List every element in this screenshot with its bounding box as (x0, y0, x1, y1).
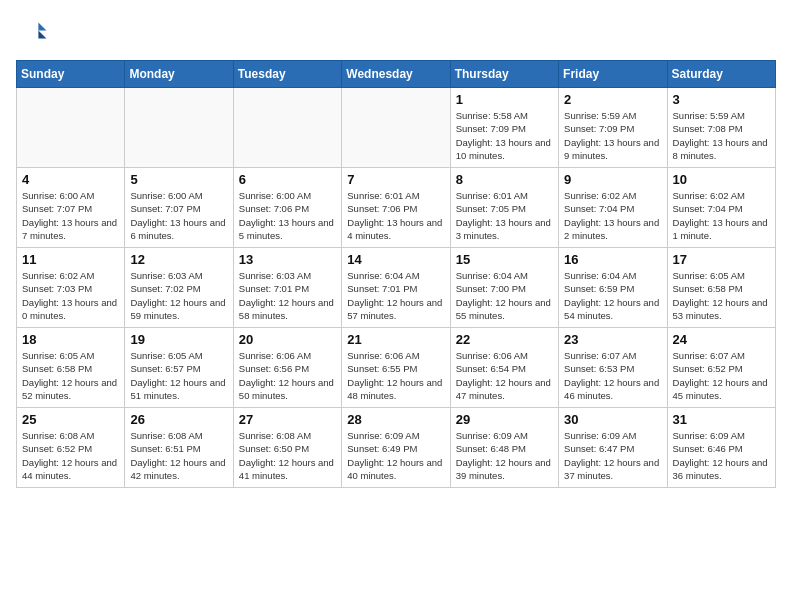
day-number: 4 (22, 172, 119, 187)
day-number: 18 (22, 332, 119, 347)
calendar-cell: 17Sunrise: 6:05 AM Sunset: 6:58 PM Dayli… (667, 248, 775, 328)
calendar-cell: 19Sunrise: 6:05 AM Sunset: 6:57 PM Dayli… (125, 328, 233, 408)
page-header (16, 16, 776, 48)
day-number: 9 (564, 172, 661, 187)
cell-info: Sunrise: 6:07 AM Sunset: 6:53 PM Dayligh… (564, 349, 661, 402)
logo-icon (16, 16, 48, 48)
calendar-cell: 8Sunrise: 6:01 AM Sunset: 7:05 PM Daylig… (450, 168, 558, 248)
weekday-header-wednesday: Wednesday (342, 61, 450, 88)
cell-info: Sunrise: 6:09 AM Sunset: 6:48 PM Dayligh… (456, 429, 553, 482)
calendar-cell: 20Sunrise: 6:06 AM Sunset: 6:56 PM Dayli… (233, 328, 341, 408)
calendar-week-4: 25Sunrise: 6:08 AM Sunset: 6:52 PM Dayli… (17, 408, 776, 488)
day-number: 27 (239, 412, 336, 427)
calendar-header-row: SundayMondayTuesdayWednesdayThursdayFrid… (17, 61, 776, 88)
day-number: 10 (673, 172, 770, 187)
calendar-cell: 25Sunrise: 6:08 AM Sunset: 6:52 PM Dayli… (17, 408, 125, 488)
logo (16, 16, 52, 48)
cell-info: Sunrise: 5:58 AM Sunset: 7:09 PM Dayligh… (456, 109, 553, 162)
day-number: 25 (22, 412, 119, 427)
weekday-header-saturday: Saturday (667, 61, 775, 88)
cell-info: Sunrise: 6:09 AM Sunset: 6:49 PM Dayligh… (347, 429, 444, 482)
cell-info: Sunrise: 6:03 AM Sunset: 7:01 PM Dayligh… (239, 269, 336, 322)
calendar-cell: 16Sunrise: 6:04 AM Sunset: 6:59 PM Dayli… (559, 248, 667, 328)
day-number: 22 (456, 332, 553, 347)
day-number: 30 (564, 412, 661, 427)
calendar-cell (342, 88, 450, 168)
cell-info: Sunrise: 6:02 AM Sunset: 7:03 PM Dayligh… (22, 269, 119, 322)
calendar-cell: 27Sunrise: 6:08 AM Sunset: 6:50 PM Dayli… (233, 408, 341, 488)
day-number: 12 (130, 252, 227, 267)
calendar-cell: 24Sunrise: 6:07 AM Sunset: 6:52 PM Dayli… (667, 328, 775, 408)
cell-info: Sunrise: 6:04 AM Sunset: 7:01 PM Dayligh… (347, 269, 444, 322)
cell-info: Sunrise: 6:08 AM Sunset: 6:50 PM Dayligh… (239, 429, 336, 482)
day-number: 16 (564, 252, 661, 267)
weekday-header-tuesday: Tuesday (233, 61, 341, 88)
calendar-cell: 4Sunrise: 6:00 AM Sunset: 7:07 PM Daylig… (17, 168, 125, 248)
calendar-cell: 13Sunrise: 6:03 AM Sunset: 7:01 PM Dayli… (233, 248, 341, 328)
day-number: 11 (22, 252, 119, 267)
cell-info: Sunrise: 6:06 AM Sunset: 6:54 PM Dayligh… (456, 349, 553, 402)
weekday-header-sunday: Sunday (17, 61, 125, 88)
svg-rect-0 (16, 16, 48, 48)
day-number: 7 (347, 172, 444, 187)
day-number: 23 (564, 332, 661, 347)
weekday-header-friday: Friday (559, 61, 667, 88)
cell-info: Sunrise: 6:09 AM Sunset: 6:47 PM Dayligh… (564, 429, 661, 482)
cell-info: Sunrise: 6:04 AM Sunset: 7:00 PM Dayligh… (456, 269, 553, 322)
calendar-cell: 31Sunrise: 6:09 AM Sunset: 6:46 PM Dayli… (667, 408, 775, 488)
calendar-week-0: 1Sunrise: 5:58 AM Sunset: 7:09 PM Daylig… (17, 88, 776, 168)
cell-info: Sunrise: 6:07 AM Sunset: 6:52 PM Dayligh… (673, 349, 770, 402)
day-number: 5 (130, 172, 227, 187)
calendar-cell: 7Sunrise: 6:01 AM Sunset: 7:06 PM Daylig… (342, 168, 450, 248)
calendar-cell: 10Sunrise: 6:02 AM Sunset: 7:04 PM Dayli… (667, 168, 775, 248)
calendar-cell: 15Sunrise: 6:04 AM Sunset: 7:00 PM Dayli… (450, 248, 558, 328)
cell-info: Sunrise: 6:05 AM Sunset: 6:57 PM Dayligh… (130, 349, 227, 402)
cell-info: Sunrise: 6:05 AM Sunset: 6:58 PM Dayligh… (22, 349, 119, 402)
day-number: 13 (239, 252, 336, 267)
calendar-week-3: 18Sunrise: 6:05 AM Sunset: 6:58 PM Dayli… (17, 328, 776, 408)
cell-info: Sunrise: 6:02 AM Sunset: 7:04 PM Dayligh… (564, 189, 661, 242)
day-number: 26 (130, 412, 227, 427)
calendar-cell: 5Sunrise: 6:00 AM Sunset: 7:07 PM Daylig… (125, 168, 233, 248)
calendar-cell: 6Sunrise: 6:00 AM Sunset: 7:06 PM Daylig… (233, 168, 341, 248)
day-number: 1 (456, 92, 553, 107)
calendar-cell (233, 88, 341, 168)
day-number: 8 (456, 172, 553, 187)
day-number: 20 (239, 332, 336, 347)
cell-info: Sunrise: 6:01 AM Sunset: 7:06 PM Dayligh… (347, 189, 444, 242)
day-number: 24 (673, 332, 770, 347)
calendar-cell: 26Sunrise: 6:08 AM Sunset: 6:51 PM Dayli… (125, 408, 233, 488)
calendar-cell: 18Sunrise: 6:05 AM Sunset: 6:58 PM Dayli… (17, 328, 125, 408)
calendar-week-2: 11Sunrise: 6:02 AM Sunset: 7:03 PM Dayli… (17, 248, 776, 328)
calendar-week-1: 4Sunrise: 6:00 AM Sunset: 7:07 PM Daylig… (17, 168, 776, 248)
cell-info: Sunrise: 6:00 AM Sunset: 7:06 PM Dayligh… (239, 189, 336, 242)
cell-info: Sunrise: 5:59 AM Sunset: 7:08 PM Dayligh… (673, 109, 770, 162)
calendar-cell: 23Sunrise: 6:07 AM Sunset: 6:53 PM Dayli… (559, 328, 667, 408)
cell-info: Sunrise: 6:08 AM Sunset: 6:51 PM Dayligh… (130, 429, 227, 482)
day-number: 29 (456, 412, 553, 427)
cell-info: Sunrise: 6:02 AM Sunset: 7:04 PM Dayligh… (673, 189, 770, 242)
calendar-table: SundayMondayTuesdayWednesdayThursdayFrid… (16, 60, 776, 488)
day-number: 19 (130, 332, 227, 347)
day-number: 21 (347, 332, 444, 347)
weekday-header-thursday: Thursday (450, 61, 558, 88)
calendar-cell: 21Sunrise: 6:06 AM Sunset: 6:55 PM Dayli… (342, 328, 450, 408)
cell-info: Sunrise: 6:05 AM Sunset: 6:58 PM Dayligh… (673, 269, 770, 322)
calendar-cell: 12Sunrise: 6:03 AM Sunset: 7:02 PM Dayli… (125, 248, 233, 328)
cell-info: Sunrise: 6:00 AM Sunset: 7:07 PM Dayligh… (130, 189, 227, 242)
calendar-cell: 22Sunrise: 6:06 AM Sunset: 6:54 PM Dayli… (450, 328, 558, 408)
calendar-cell: 14Sunrise: 6:04 AM Sunset: 7:01 PM Dayli… (342, 248, 450, 328)
day-number: 31 (673, 412, 770, 427)
cell-info: Sunrise: 6:01 AM Sunset: 7:05 PM Dayligh… (456, 189, 553, 242)
cell-info: Sunrise: 6:06 AM Sunset: 6:56 PM Dayligh… (239, 349, 336, 402)
cell-info: Sunrise: 6:00 AM Sunset: 7:07 PM Dayligh… (22, 189, 119, 242)
cell-info: Sunrise: 6:03 AM Sunset: 7:02 PM Dayligh… (130, 269, 227, 322)
day-number: 3 (673, 92, 770, 107)
calendar-cell: 2Sunrise: 5:59 AM Sunset: 7:09 PM Daylig… (559, 88, 667, 168)
calendar-cell: 28Sunrise: 6:09 AM Sunset: 6:49 PM Dayli… (342, 408, 450, 488)
day-number: 14 (347, 252, 444, 267)
calendar-cell (125, 88, 233, 168)
day-number: 6 (239, 172, 336, 187)
calendar-cell: 1Sunrise: 5:58 AM Sunset: 7:09 PM Daylig… (450, 88, 558, 168)
day-number: 15 (456, 252, 553, 267)
